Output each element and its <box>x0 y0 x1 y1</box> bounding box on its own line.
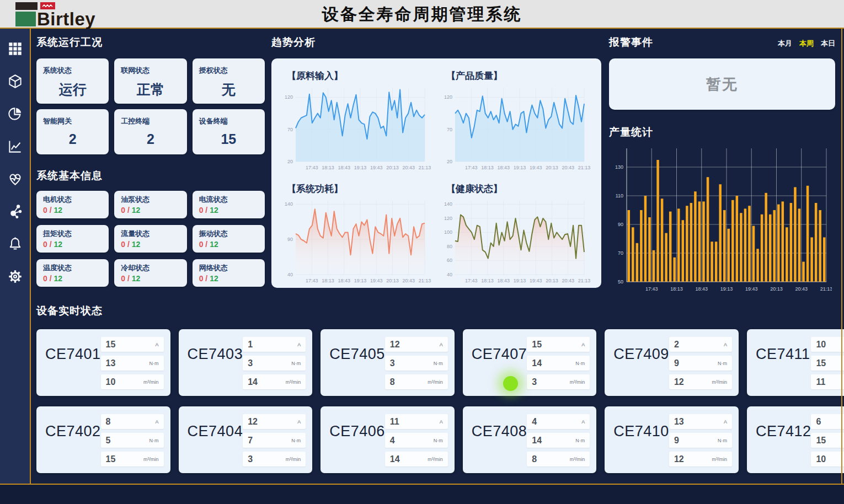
info-card-5[interactable]: 振动状态 0 / 12 <box>193 225 265 253</box>
device-metric-unit: m³/min <box>712 457 727 462</box>
section-title-trend: 趋势分析 <box>271 35 601 50</box>
svg-text:17:43: 17:43 <box>465 278 478 283</box>
sidebar-icon-line-chart[interactable] <box>7 138 23 154</box>
device-metric-value: 12 <box>248 417 258 427</box>
section-title-devices: 设备实时状态 <box>36 304 835 318</box>
chart-title: 【产品质量】 <box>446 69 595 82</box>
alarm-tab-0[interactable]: 本月 <box>778 39 792 49</box>
sidebar-icon-cube-3d[interactable] <box>7 73 23 89</box>
sidebar-icon-pie-chart[interactable] <box>7 106 23 121</box>
info-card-7[interactable]: 冷却状态 0 / 12 <box>114 259 186 287</box>
sidebar-icon-molecule[interactable] <box>7 203 23 219</box>
alarm-tab-2[interactable]: 本日 <box>821 39 835 49</box>
device-metric-row: 2 A <box>669 337 732 352</box>
device-metric-value: 9 <box>674 436 679 446</box>
device-card-CE7405[interactable]: CE7405 12 A 3 N·m 8 m³/min <box>320 329 455 396</box>
device-metric-value: 11 <box>390 417 399 427</box>
device-metric-row: 11 A <box>385 414 448 429</box>
info-card-1[interactable]: 油泵状态 0 / 12 <box>114 191 186 218</box>
device-metric-row: 3 N·m <box>243 356 306 371</box>
device-metrics: 2 A 9 N·m 12 m³/min <box>669 337 732 389</box>
sidebar-nav <box>0 29 30 484</box>
svg-text:18:43: 18:43 <box>497 165 510 170</box>
device-card-CE7406[interactable]: CE7406 11 A 4 N·m 14 m³/min <box>320 406 455 473</box>
svg-text:18:43: 18:43 <box>338 278 350 283</box>
device-metrics: 13 A 9 N·m 12 m³/min <box>669 414 732 467</box>
status-card-3[interactable]: 智能网关 2 <box>36 109 109 154</box>
sidebar-icon-health-pulse[interactable] <box>7 171 23 186</box>
status-card-label: 工控终端 <box>121 116 180 126</box>
device-card-CE7408[interactable]: CE7408 4 A 14 N·m 8 m³/min <box>463 406 597 473</box>
svg-text:18:13: 18:13 <box>322 278 334 283</box>
device-metric-row: 8 A <box>101 414 164 429</box>
device-card-CE7412[interactable]: CE7412 6 A 15 N·m 10 m³/min <box>747 406 844 473</box>
device-card-CE7404[interactable]: CE7404 12 A 7 N·m 3 m³/min <box>179 406 313 473</box>
svg-text:19:13: 19:13 <box>354 278 367 283</box>
status-card-1[interactable]: 联网状态 正常 <box>114 58 186 104</box>
device-card-CE7411[interactable]: CE7411 10 A 15 N·m 11 m³/min <box>747 329 844 396</box>
device-card-CE7410[interactable]: CE7410 13 A 9 N·m 12 m³/min <box>605 406 739 473</box>
device-metric-unit: A <box>297 342 301 347</box>
status-card-4[interactable]: 工控终端 2 <box>114 109 186 154</box>
alarm-tab-1[interactable]: 本周 <box>799 39 814 49</box>
device-metric-value: 15 <box>816 436 826 446</box>
device-metric-unit: A <box>440 342 443 347</box>
device-card-CE7402[interactable]: CE7402 8 A 5 N·m 15 m³/min <box>36 406 170 473</box>
device-name: CE7408 <box>472 423 527 440</box>
device-metrics: 6 A 15 N·m 10 m³/min <box>811 414 844 467</box>
info-card-3[interactable]: 扭矩状态 0 / 12 <box>36 225 109 253</box>
sidebar-icon-apps-grid[interactable] <box>7 41 23 56</box>
sidebar-icon-gear[interactable] <box>7 269 23 284</box>
info-card-label: 扭矩状态 <box>43 229 102 239</box>
device-metric-row: 12 m³/min <box>669 374 732 389</box>
device-metric-value: 14 <box>390 454 400 464</box>
svg-text:130: 130 <box>615 164 623 170</box>
section-title-alarm: 报警事件 <box>609 35 653 50</box>
device-metric-unit: m³/min <box>428 457 443 462</box>
alarm-empty-card: 暂无 <box>609 58 835 110</box>
device-card-CE7409[interactable]: CE7409 2 A 9 N·m 12 m³/min <box>605 329 739 396</box>
svg-text:19:43: 19:43 <box>745 286 758 292</box>
svg-text:100: 100 <box>444 229 452 235</box>
svg-text:21:13: 21:13 <box>578 165 591 170</box>
svg-text:20: 20 <box>447 159 452 164</box>
device-metric-unit: A <box>724 342 727 347</box>
device-metrics: 8 A 5 N·m 15 m³/min <box>101 414 164 467</box>
frame-line-right <box>841 29 842 484</box>
device-metric-value: 10 <box>106 377 116 387</box>
svg-text:18:43: 18:43 <box>695 286 708 292</box>
device-metrics: 15 A 13 N·m 10 m³/min <box>101 337 164 389</box>
info-card-0[interactable]: 电机状态 0 / 12 <box>36 191 109 218</box>
svg-text:21:13: 21:13 <box>578 278 591 283</box>
svg-text:20:13: 20:13 <box>386 165 399 170</box>
device-metric-row: 15 A <box>527 337 590 352</box>
info-card-label: 振动状态 <box>199 229 258 239</box>
info-card-4[interactable]: 流量状态 0 / 12 <box>114 225 186 253</box>
device-metric-row: 13 A <box>669 414 732 429</box>
sidebar-icon-bell[interactable] <box>7 236 23 251</box>
chart-cell-health-status: 【健康状态】17:4318:1318:4319:1319:4320:1320:4… <box>436 175 596 288</box>
svg-text:18:13: 18:13 <box>322 165 334 170</box>
device-metric-value: 14 <box>532 358 542 368</box>
status-card-2[interactable]: 授权状态 无 <box>193 58 265 104</box>
svg-text:21:13: 21:13 <box>419 165 431 170</box>
alarm-empty-text: 暂无 <box>706 74 738 94</box>
info-card-8[interactable]: 网络状态 0 / 12 <box>193 259 265 287</box>
device-metric-row: 8 m³/min <box>527 452 590 467</box>
device-card-CE7401[interactable]: CE7401 15 A 13 N·m 10 m³/min <box>36 329 170 396</box>
svg-text:20:43: 20:43 <box>562 165 574 170</box>
status-card-5[interactable]: 设备终端 15 <box>193 109 265 154</box>
info-card-6[interactable]: 温度状态 0 / 12 <box>36 259 109 287</box>
device-metric-value: 10 <box>816 454 826 464</box>
section-title-production: 产量统计 <box>609 125 835 140</box>
device-name: CE7411 <box>756 346 810 363</box>
device-metric-value: 1 <box>248 340 253 350</box>
svg-text:110: 110 <box>616 193 623 199</box>
status-card-0[interactable]: 系统状态 运行 <box>36 58 109 104</box>
info-card-2[interactable]: 电流状态 0 / 12 <box>193 191 265 218</box>
section-title-system-info: 系统基本信息 <box>36 169 265 183</box>
device-metric-unit: m³/min <box>570 379 585 385</box>
device-card-CE7407[interactable]: CE7407 15 A 14 N·m 3 m³/min <box>463 329 597 396</box>
device-card-CE7403[interactable]: CE7403 1 A 3 N·m 14 m³/min <box>179 329 313 396</box>
device-grid: CE7401 15 A 13 N·m 10 m³/min CE7403 1 A … <box>36 329 835 473</box>
